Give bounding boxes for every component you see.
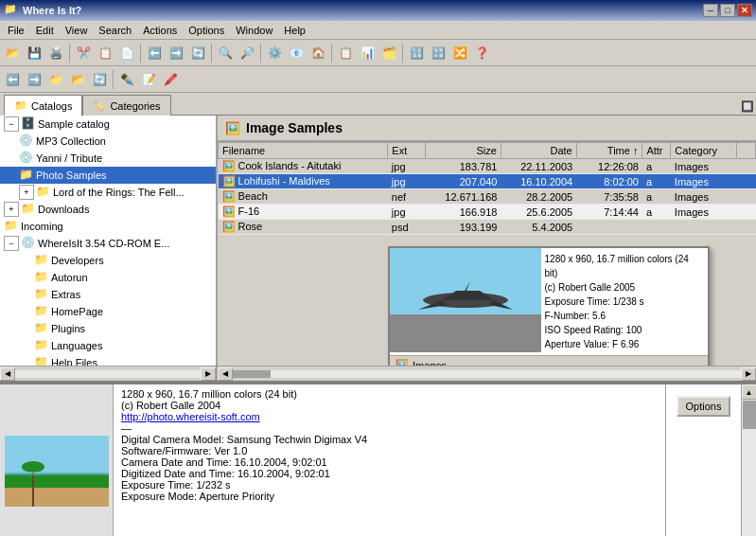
hscroll-thumb[interactable] xyxy=(233,370,271,378)
lower-url-link[interactable]: http://photo.whereisit-soft.com xyxy=(121,411,260,422)
tb-view3[interactable]: 🗂️ xyxy=(378,43,399,63)
tb-forward[interactable]: ➡️ xyxy=(166,43,186,63)
tree-item-languages[interactable]: 📁 Languages xyxy=(0,337,216,354)
tb2-btn2[interactable]: ➡️ xyxy=(24,69,44,90)
menu-options[interactable]: Options xyxy=(183,23,230,38)
col-attr[interactable]: Attr xyxy=(642,143,671,159)
tb2-btn7[interactable]: 📝 xyxy=(138,69,159,90)
col-filename[interactable]: Filename xyxy=(219,143,388,159)
vscroll-thumb[interactable] xyxy=(743,401,756,429)
tree-item-extras[interactable]: 📁 Extras xyxy=(0,286,216,303)
tb-email[interactable]: 📧 xyxy=(286,43,307,63)
table-row[interactable]: 🖼️ Rose psd 193.199 5.4.2005 xyxy=(219,220,756,235)
tb2-sep1 xyxy=(113,70,114,89)
tree-root[interactable]: − 🗄️ Sample catalog xyxy=(0,116,216,133)
tab-categories[interactable]: 🏷️ Categories xyxy=(82,95,170,116)
tree-item-developers[interactable]: 📁 Developers xyxy=(0,252,216,269)
menu-window[interactable]: Window xyxy=(230,23,278,38)
menu-view[interactable]: View xyxy=(60,23,94,38)
tb2-btn6[interactable]: ✒️ xyxy=(116,69,137,90)
menu-file[interactable]: File xyxy=(2,23,30,38)
tb-refresh[interactable]: 🔄 xyxy=(187,43,208,63)
options-button[interactable]: Options xyxy=(677,396,731,417)
popup-info: 1280 x 960, 16.7 million colors (24 bit)… xyxy=(541,248,708,355)
tb2-btn3[interactable]: 📁 xyxy=(45,69,66,90)
col-size[interactable]: Size xyxy=(426,143,501,159)
tree-expander-lotr[interactable]: + xyxy=(19,185,34,200)
tree-item-autorun[interactable]: 📁 Autorun xyxy=(0,269,216,286)
tree-expander-wi354[interactable]: − xyxy=(4,236,19,251)
lower-exposure-mode: Exposure Mode: Aperture Priority xyxy=(121,491,658,502)
tree-item-plugins[interactable]: 📁 Plugins xyxy=(0,320,216,337)
tb2-btn8[interactable]: 🖍️ xyxy=(160,69,181,90)
table-row[interactable]: 🖼️ Beach nef 12.671.168 28.2.2005 7:35:5… xyxy=(219,189,756,205)
tree-item-mp3[interactable]: 💿 MP3 Collection xyxy=(0,133,216,150)
lower-url[interactable]: http://photo.whereisit-soft.com xyxy=(121,411,658,422)
col-category[interactable]: Category xyxy=(671,143,737,159)
file-list-hscroll[interactable]: ◀ ▶ xyxy=(218,366,756,381)
hscroll-track[interactable] xyxy=(233,370,741,378)
tb-help[interactable]: ❓ xyxy=(471,43,492,63)
col-date[interactable]: Date xyxy=(501,143,576,159)
lang-label: Languages xyxy=(51,340,102,351)
tree-item-homepage[interactable]: 📁 HomePage xyxy=(0,303,216,320)
cell-date: 25.6.2005 xyxy=(501,205,576,220)
tb2-btn1[interactable]: ⬅️ xyxy=(2,69,23,90)
tab-catalogs[interactable]: 📁 Catalogs xyxy=(4,95,82,116)
col-ext[interactable]: Ext xyxy=(388,143,426,159)
tb-new[interactable]: 📂 xyxy=(2,43,23,63)
tb-view2[interactable]: 📊 xyxy=(357,43,378,63)
tb-cut[interactable]: ✂️ xyxy=(73,43,94,63)
tree-expander-downloads[interactable]: + xyxy=(4,202,19,217)
tb-search[interactable]: 🔍 xyxy=(215,43,236,63)
tree-item-yanni[interactable]: 💿 Yanni / Tribute xyxy=(0,150,216,167)
vscroll-track[interactable] xyxy=(742,400,756,536)
autorun-icon: 📁 xyxy=(34,270,49,285)
scroll-left-arrow[interactable]: ◀ xyxy=(0,367,15,381)
tb-paste[interactable]: 📄 xyxy=(116,43,137,63)
tree-item-lotr[interactable]: + 📁 Lord of the Rings: The Fell... xyxy=(0,184,216,201)
panel-header: 🖼️ Image Samples xyxy=(218,116,756,142)
menu-search[interactable]: Search xyxy=(93,23,137,38)
tb-config[interactable]: ⚙️ xyxy=(264,43,285,63)
col-extra[interactable] xyxy=(737,143,756,159)
menu-actions[interactable]: Actions xyxy=(137,23,183,38)
minimize-button[interactable]: ─ xyxy=(703,4,718,17)
popup-image xyxy=(390,248,541,352)
tb2-btn5[interactable]: 🔄 xyxy=(89,69,110,90)
tb-view1[interactable]: 📋 xyxy=(335,43,356,63)
scroll-right-arrow[interactable]: ▶ xyxy=(201,367,216,381)
tb-find[interactable]: 🔎 xyxy=(237,43,257,63)
right-panel: 🖼️ Image Samples Filename Ext Size Date … xyxy=(218,116,756,381)
cell-category: Images xyxy=(671,174,737,189)
tree-hscroll[interactable]: ◀ ▶ xyxy=(0,366,216,381)
hscroll-right[interactable]: ▶ xyxy=(741,367,756,381)
tree-item-whereisit354[interactable]: − 💿 WhereIsIt 3.54 CD-ROM E... xyxy=(0,235,216,252)
table-row[interactable]: 🖼️ Lohifushi - Maldives jpg 207.040 16.1… xyxy=(219,174,756,189)
tb-home[interactable]: 🏠 xyxy=(308,43,328,63)
maximize-button[interactable]: □ xyxy=(720,4,735,17)
tb2-btn4[interactable]: 📂 xyxy=(67,69,88,90)
menu-help[interactable]: Help xyxy=(278,23,311,38)
tb-sort2[interactable]: 🔡 xyxy=(428,43,448,63)
menu-edit[interactable]: Edit xyxy=(30,23,60,38)
yanni-icon: 💿 xyxy=(19,151,34,166)
tb-sort1[interactable]: 🔢 xyxy=(406,43,427,63)
tree-expander-root[interactable]: − xyxy=(4,116,19,132)
tb-print[interactable]: 🖨️ xyxy=(45,43,66,63)
tb-back[interactable]: ⬅️ xyxy=(144,43,165,63)
menu-bar: File Edit View Search Actions Options Wi… xyxy=(0,21,756,40)
tb-sort3[interactable]: 🔀 xyxy=(449,43,470,63)
tree-item-incoming[interactable]: 📁 Incoming xyxy=(0,218,216,235)
table-row[interactable]: 🖼️ Cook Islands - Aitutaki jpg 183.781 2… xyxy=(219,159,756,174)
table-row[interactable]: 🖼️ F-16 jpg 166.918 25.6.2005 7:14:44 a … xyxy=(219,205,756,220)
tree-item-downloads[interactable]: + 📁 Downloads xyxy=(0,201,216,218)
hscroll-left[interactable]: ◀ xyxy=(218,367,233,381)
tree-item-photo-samples[interactable]: 📁 Photo Samples xyxy=(0,167,216,184)
vscroll-up[interactable]: ▲ xyxy=(742,384,757,400)
col-time[interactable]: Time ↑ xyxy=(576,143,642,159)
tb-copy[interactable]: 📋 xyxy=(95,43,115,63)
scroll-track[interactable] xyxy=(15,370,201,378)
close-button[interactable]: ✕ xyxy=(737,4,752,17)
tb-save[interactable]: 💾 xyxy=(24,43,44,63)
